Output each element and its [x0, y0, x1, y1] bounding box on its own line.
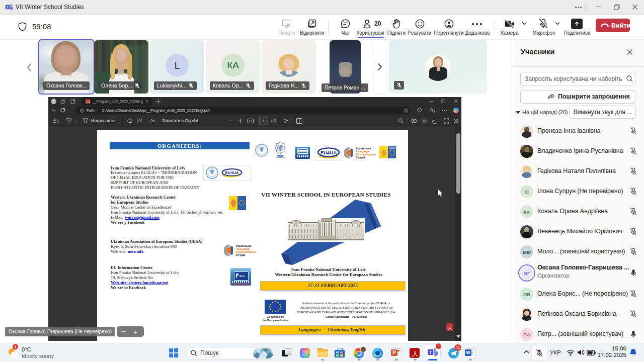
svg-text:T: T: [429, 350, 432, 355]
svg-text:EUi: EUi: [239, 275, 245, 278]
svg-text:T: T: [7, 6, 9, 9]
svg-text:EU4UA: EU4UA: [225, 170, 238, 175]
svg-text:EU4UA: EU4UA: [320, 150, 337, 155]
